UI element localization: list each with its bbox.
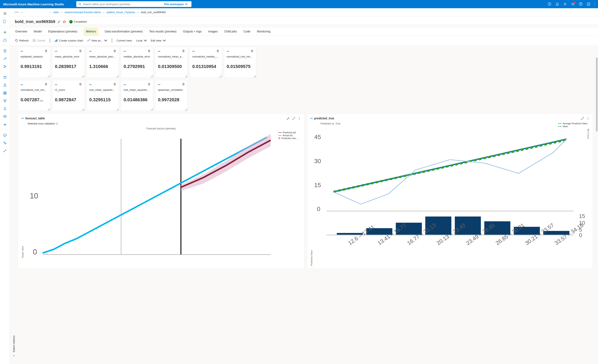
compute-icon[interactable] <box>1 131 9 139</box>
drag-handle-icon[interactable]: ═ <box>124 49 125 53</box>
resize-handle-icon[interactable] <box>150 108 153 111</box>
metric-card[interactable]: ═ root_mean_squared_er... 0.3295115 <box>87 80 119 111</box>
drag-handle-icon[interactable]: ═ <box>310 116 312 120</box>
metric-card[interactable]: ═ explained_variance 0.9913191 <box>18 47 50 78</box>
star-icon[interactable] <box>63 20 66 24</box>
more-icon[interactable] <box>587 117 590 120</box>
resize-handle-icon[interactable] <box>253 74 256 77</box>
tab-code[interactable]: Code <box>243 28 251 36</box>
notebook-icon[interactable] <box>1 47 9 55</box>
drag-handle-icon[interactable]: ═ <box>55 49 57 53</box>
tab-child-jobs[interactable]: Child jobs <box>224 28 237 36</box>
tab-test-results[interactable]: Test results (preview) <box>149 28 177 36</box>
help-icon[interactable] <box>579 2 582 6</box>
breadcrumb-overflow[interactable]: ••• <box>15 11 19 14</box>
trash-icon[interactable] <box>251 49 254 53</box>
resize-handle-icon[interactable] <box>219 74 222 77</box>
home-icon[interactable] <box>1 36 9 44</box>
metric-card[interactable]: ═ r2_score 0.9872847 <box>52 80 84 111</box>
edit-icon[interactable] <box>57 20 61 24</box>
edit-icon[interactable] <box>287 117 290 120</box>
trash-icon[interactable] <box>45 83 48 87</box>
models-icon[interactable] <box>1 113 9 120</box>
metric-card[interactable]: ═ spearman_correlation 0.9972028 <box>155 80 188 111</box>
drag-handle-icon[interactable]: ═ <box>124 83 125 87</box>
search-scope-dropdown[interactable]: This workspace <box>164 3 190 6</box>
drag-handle-icon[interactable]: ═ <box>89 49 91 53</box>
resize-handle-icon[interactable] <box>47 74 50 77</box>
back-icon[interactable] <box>1 18 9 25</box>
endpoints-icon[interactable] <box>1 121 9 128</box>
trash-icon[interactable] <box>216 49 219 53</box>
more-icon[interactable] <box>298 117 301 120</box>
drag-handle-icon[interactable]: ═ <box>21 49 22 53</box>
tab-images[interactable]: Images <box>208 28 218 36</box>
pipelines-icon[interactable] <box>1 97 9 105</box>
trash-icon[interactable] <box>79 49 82 53</box>
tab-outputs-logs[interactable]: Outputs + logs <box>183 28 202 36</box>
bell-icon[interactable] <box>556 2 559 6</box>
megaphone-icon[interactable]: 1 <box>571 2 575 6</box>
resize-handle-icon[interactable] <box>82 108 84 111</box>
drag-handle-icon[interactable]: ═ <box>89 83 91 87</box>
drag-handle-icon[interactable]: ═ <box>21 116 23 120</box>
metric-card[interactable]: ═ normalized_mean_abs... 0.01309500 <box>155 47 188 78</box>
tab-data-transformation[interactable]: Data transformation (preview) <box>104 28 143 36</box>
trash-icon[interactable] <box>148 49 150 53</box>
breadcrumb-jobs[interactable]: Jobs <box>53 11 58 14</box>
metric-card[interactable]: ═ root_mean_squared_lo... 0.01486386 <box>121 80 153 111</box>
breadcrumb-parent-run[interactable]: patient_horse_r7yrpsxw <box>107 11 135 14</box>
tab-overview[interactable]: Overview <box>15 28 28 36</box>
drag-handle-icon[interactable]: ═ <box>55 83 57 87</box>
environments-icon[interactable] <box>1 105 9 112</box>
designer-icon[interactable] <box>1 63 9 70</box>
tab-explanations[interactable]: Explanations (preview) <box>48 28 78 36</box>
current-view-dropdown[interactable]: Local <box>136 39 147 42</box>
tab-monitoring[interactable]: Monitoring <box>257 28 271 36</box>
search-input[interactable] <box>83 3 164 6</box>
datastores-icon[interactable] <box>1 139 9 147</box>
create-chart-button[interactable]: Create custom chart <box>55 39 83 42</box>
trash-icon[interactable] <box>45 49 48 53</box>
resize-handle-icon[interactable] <box>47 108 50 111</box>
smile-icon[interactable] <box>587 2 590 6</box>
select-metrics-panel-collapsed[interactable]: » Select metrics <box>11 47 16 359</box>
resize-handle-icon[interactable] <box>116 74 119 77</box>
clock-icon[interactable] <box>548 2 551 6</box>
breadcrumb-experiment[interactable]: automl-forecast-function-demo <box>65 11 101 14</box>
data-icon[interactable] <box>1 74 9 81</box>
gear-icon[interactable] <box>563 2 567 6</box>
resize-handle-icon[interactable] <box>150 74 153 77</box>
automl-icon[interactable] <box>1 55 9 63</box>
edit-view-dropdown[interactable]: Edit view <box>151 39 166 42</box>
view-as-dropdown[interactable]: View as... <box>87 39 107 42</box>
trash-icon[interactable] <box>148 83 150 87</box>
scrollbar-thumb[interactable] <box>596 57 598 131</box>
drag-handle-icon[interactable]: ═ <box>158 49 160 53</box>
drag-handle-icon[interactable]: ═ <box>192 49 194 53</box>
trash-icon[interactable] <box>113 49 116 53</box>
resize-handle-icon[interactable] <box>116 108 119 111</box>
trash-icon[interactable] <box>182 83 185 87</box>
tab-model[interactable]: Model <box>33 28 42 36</box>
jobs-icon[interactable] <box>1 81 9 89</box>
metric-card[interactable]: ═ mean_absolute_perce... 1.310666 <box>87 47 119 78</box>
components-icon[interactable] <box>1 89 9 97</box>
linked-icon[interactable] <box>1 147 9 154</box>
refresh-button[interactable]: Refresh <box>15 39 29 42</box>
drag-handle-icon[interactable]: ═ <box>227 49 228 53</box>
metric-card[interactable]: ═ normalized_root_mea... 0.01509575 <box>224 47 256 78</box>
metric-card[interactable]: ═ mean_absolute_error 0.2839017 <box>52 47 84 78</box>
tab-metrics[interactable]: Metrics <box>83 28 99 36</box>
expand-icon[interactable] <box>581 117 584 120</box>
resize-handle-icon[interactable] <box>184 74 187 77</box>
resize-handle-icon[interactable] <box>184 108 187 111</box>
trash-icon[interactable] <box>113 83 116 87</box>
drag-handle-icon[interactable]: ═ <box>158 83 160 87</box>
trash-icon[interactable] <box>79 83 82 87</box>
metric-card[interactable]: ═ normalized_median_a... 0.01310954 <box>190 47 222 78</box>
metric-card[interactable]: ═ median_absolute_error 0.2792991 <box>121 47 153 78</box>
resize-handle-icon[interactable] <box>82 74 84 77</box>
hamburger-icon[interactable] <box>1 10 9 17</box>
trash-icon[interactable] <box>182 49 185 53</box>
